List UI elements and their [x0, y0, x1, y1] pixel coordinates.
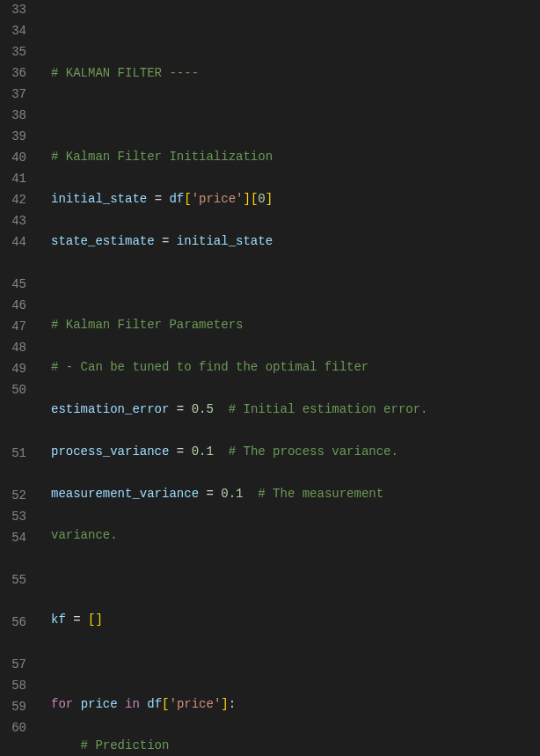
code-line[interactable] [51, 21, 540, 42]
line-number [7, 739, 26, 756]
line-number: 47 [7, 317, 26, 338]
line-number: 55 [7, 570, 26, 591]
code-line[interactable] [51, 652, 540, 673]
line-number: 58 [7, 676, 26, 697]
code-line[interactable] [51, 568, 540, 589]
line-number [7, 634, 26, 655]
code-line[interactable] [51, 274, 540, 295]
line-number: 35 [7, 42, 26, 63]
line-number [7, 465, 26, 486]
line-number-gutter: 33 34 35 36 37 38 39 40 41 42 43 44 45 4… [0, 0, 39, 756]
line-number: 44 [7, 232, 26, 253]
line-number: 36 [7, 63, 26, 84]
line-number: 33 [7, 0, 26, 21]
line-number [7, 591, 26, 613]
code-line[interactable] [51, 105, 540, 126]
line-number: 57 [7, 655, 26, 676]
code-line[interactable]: # Kalman Filter Initialization [51, 147, 540, 168]
code-line[interactable]: # KALMAN FILTER ---- [51, 63, 540, 84]
line-number: 60 [7, 718, 26, 739]
line-number: 46 [7, 296, 26, 317]
line-number: 49 [7, 359, 26, 380]
code-line[interactable]: process_variance = 0.1 # The process var… [51, 442, 540, 463]
line-number [7, 422, 26, 444]
code-line[interactable]: measurement_variance = 0.1 # The measure… [51, 484, 540, 505]
code-editor[interactable]: 33 34 35 36 37 38 39 40 41 42 43 44 45 4… [0, 0, 540, 756]
line-number: 43 [7, 211, 26, 232]
line-number: 39 [7, 127, 26, 148]
line-number: 42 [7, 190, 26, 211]
line-number: 48 [7, 338, 26, 359]
line-number: 59 [7, 697, 26, 718]
line-number: 53 [7, 507, 26, 528]
code-line-wrap[interactable]: variance. [51, 525, 540, 547]
line-number [7, 401, 26, 422]
code-line[interactable]: for price in df['price']: [51, 694, 540, 716]
line-number [7, 549, 26, 570]
line-number: 40 [7, 148, 26, 169]
line-number: 56 [7, 613, 26, 634]
line-number: 50 [7, 380, 26, 401]
line-number: 45 [7, 275, 26, 296]
code-line[interactable]: # Kalman Filter Parameters [51, 315, 540, 336]
code-line[interactable]: estimation_error = 0.5 # Initial estimat… [51, 400, 540, 421]
line-number: 38 [7, 106, 26, 127]
line-number: 52 [7, 486, 26, 507]
code-content[interactable]: # KALMAN FILTER ---- # Kalman Filter Ini… [39, 0, 540, 756]
line-number: 34 [7, 21, 26, 42]
code-line[interactable]: state_estimate = initial_state [51, 231, 540, 253]
code-line[interactable]: # Prediction [51, 736, 540, 756]
code-line[interactable]: kf = [] [51, 610, 540, 631]
line-number: 54 [7, 528, 26, 549]
code-line[interactable]: # - Can be tuned to find the optimal fil… [51, 357, 540, 378]
line-number: 51 [7, 444, 26, 465]
line-number: 41 [7, 169, 26, 190]
code-line[interactable]: initial_state = df['price'][0] [51, 189, 540, 210]
line-number: 37 [7, 84, 26, 106]
line-number [7, 253, 26, 275]
